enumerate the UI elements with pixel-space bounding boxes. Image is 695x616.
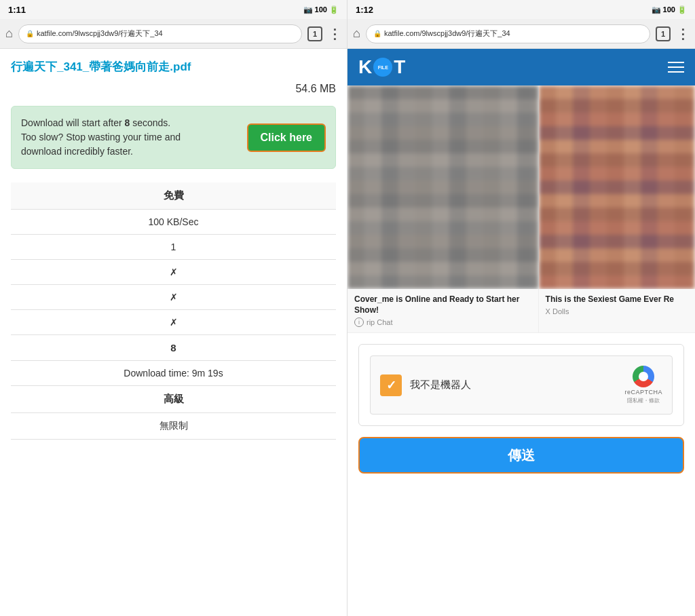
promo-line1: Download will start after 8 seconds. xyxy=(21,117,170,128)
captcha-left: 我不是機器人 xyxy=(380,374,471,396)
table-header-free: 免費 xyxy=(11,182,336,210)
ad-right-image[interactable] xyxy=(539,85,695,289)
hamburger-line1 xyxy=(668,62,684,63)
kat-logo-file-circle: FILE xyxy=(373,58,392,77)
ad-left-image[interactable] xyxy=(348,85,539,289)
right-status-bar: 1:12 📷 100 🔋 xyxy=(348,0,695,19)
left-menu-icon[interactable]: ⋮ xyxy=(328,26,341,42)
right-icons-text: 📷 100 🔋 xyxy=(652,5,687,14)
table-row-wait: 8 xyxy=(11,335,336,361)
left-address-bar: ⌂ 🔒 katfile.com/9lwscpjj3dw9/行遍天下_34 1 ⋮ xyxy=(0,19,347,49)
recaptcha-text: reCAPTCHA xyxy=(624,389,662,396)
promo-seconds: 8 xyxy=(125,117,130,128)
ad-caption-right-info: X Dolls xyxy=(546,307,688,315)
table-row-cross3: ✗ xyxy=(11,310,336,335)
captcha-right: reCAPTCHA 隱私權・條款 xyxy=(624,366,662,404)
file-title: 行遍天下_341_帶著爸媽向前走.pdf xyxy=(11,60,336,75)
ad-caption-right[interactable]: This is the Sexiest Game Ever Re X Dolls xyxy=(539,289,695,332)
left-lock-icon: 🔒 xyxy=(26,30,34,37)
kat-logo-t: T xyxy=(394,56,405,78)
left-home-icon[interactable]: ⌂ xyxy=(5,26,13,41)
ad-right-blur xyxy=(539,85,695,289)
hamburger-menu[interactable] xyxy=(668,62,684,73)
form-area: 我不是機器人 reCAPTCHA 隱私權・條款 傳送 xyxy=(348,333,695,616)
left-status-icons: 📷 100 🔋 xyxy=(303,5,339,14)
download-table: 免費 100 KB/Sec 1 ✗ ✗ ✗ 8 Download time: 9… xyxy=(11,182,336,440)
table-row-cross2: ✗ xyxy=(11,285,336,310)
hamburger-line2 xyxy=(668,66,684,68)
left-url-text: katfile.com/9lwscpjj3dw9/行遍天下_34 xyxy=(37,28,163,39)
file-size: 54.6 MB xyxy=(11,83,336,95)
left-tab-count[interactable]: 1 xyxy=(307,26,322,41)
ad-captions: Cover_me is Online and Ready to Start he… xyxy=(348,289,695,333)
right-address-bar: ⌂ 🔒 katfile.com/9lwscpjj3dw9/行遍天下_34 1 ⋮ xyxy=(348,19,695,49)
left-icons-text: 📷 100 🔋 xyxy=(303,5,339,14)
captcha-label: 我不是機器人 xyxy=(410,379,471,391)
table-row-unlimited: 無限制 xyxy=(11,413,336,440)
captcha-box: 我不是機器人 reCAPTCHA 隱私權・條款 xyxy=(358,344,684,426)
right-home-icon[interactable]: ⌂ xyxy=(353,26,360,41)
kat-logo: K FILE T xyxy=(358,56,405,78)
right-url-box[interactable]: 🔒 katfile.com/9lwscpjj3dw9/行遍天下_34 xyxy=(366,24,650,43)
hamburger-line3 xyxy=(668,71,684,73)
table-row-cross1: ✗ xyxy=(11,260,336,285)
right-panel: 1:12 📷 100 🔋 ⌂ 🔒 katfile.com/9lwscpjj3dw… xyxy=(348,0,695,616)
table-row-connections: 1 xyxy=(11,235,336,260)
ad-left-blur xyxy=(348,85,539,289)
table-row-speed: 100 KB/Sec xyxy=(11,210,336,235)
kat-logo-file-text: FILE xyxy=(378,65,388,70)
ad-caption-left-source: rip Chat xyxy=(367,318,393,326)
promo-line2: Too slow? Stop wasting your time and xyxy=(21,132,181,142)
table-row-download-time: Download time: 9m 19s xyxy=(11,361,336,386)
ad-caption-left-title: Cover_me is Online and Ready to Start he… xyxy=(354,294,531,315)
submit-button[interactable]: 傳送 xyxy=(358,437,684,474)
ad-caption-right-title: This is the Sexiest Game Ever Re xyxy=(546,294,688,305)
right-menu-icon[interactable]: ⋮ xyxy=(676,26,690,42)
captcha-checkbox[interactable] xyxy=(380,374,402,396)
click-here-button[interactable]: Click here xyxy=(247,123,326,152)
ad-area[interactable] xyxy=(348,85,695,289)
right-tab-count[interactable]: 1 xyxy=(656,26,671,41)
promo-box: Download will start after 8 seconds. Too… xyxy=(11,106,336,169)
ad-caption-left[interactable]: Cover_me is Online and Ready to Start he… xyxy=(348,289,539,332)
info-icon-left: i xyxy=(354,317,364,327)
ad-caption-left-info: i rip Chat xyxy=(354,317,531,327)
kat-logo-k: K xyxy=(358,56,372,78)
right-time: 1:12 xyxy=(356,5,373,15)
left-panel: 1:11 📷 100 🔋 ⌂ 🔒 katfile.com/9lwscpjj3dw… xyxy=(0,0,348,616)
promo-text: Download will start after 8 seconds. Too… xyxy=(21,116,181,159)
recaptcha-logo xyxy=(633,366,654,387)
left-main-content: 行遍天下_341_帶著爸媽向前走.pdf 54.6 MB Download wi… xyxy=(0,49,347,616)
ad-caption-right-source: X Dolls xyxy=(546,307,569,315)
table-row-premium: 高級 xyxy=(11,386,336,413)
right-url-text: katfile.com/9lwscpjj3dw9/行遍天下_34 xyxy=(384,28,510,39)
left-status-bar: 1:11 📷 100 🔋 xyxy=(0,0,347,19)
promo-line3: download incredibly faster. xyxy=(21,146,133,157)
left-time: 1:11 xyxy=(8,5,26,15)
left-url-box[interactable]: 🔒 katfile.com/9lwscpjj3dw9/行遍天下_34 xyxy=(18,24,302,43)
recaptcha-links[interactable]: 隱私權・條款 xyxy=(627,397,660,404)
right-lock-icon: 🔒 xyxy=(373,30,381,37)
right-status-icons: 📷 100 🔋 xyxy=(652,5,687,14)
kat-header: K FILE T xyxy=(348,49,695,85)
captcha-inner: 我不是機器人 reCAPTCHA 隱私權・條款 xyxy=(370,355,673,415)
